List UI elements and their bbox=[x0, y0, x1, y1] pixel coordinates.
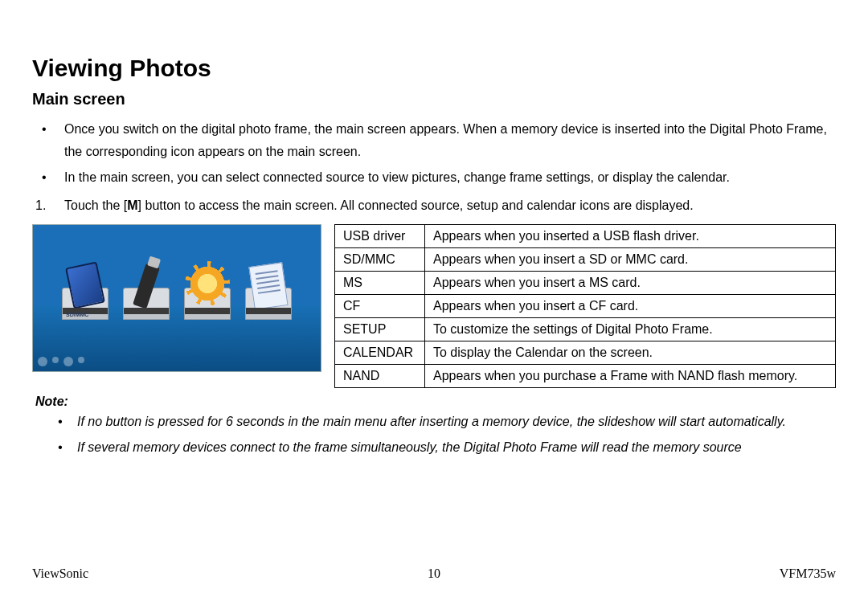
intro-bullets: Once you switch on the digital photo fra… bbox=[32, 118, 836, 189]
footer-right: VFM735w bbox=[780, 566, 836, 581]
table-value: Appears when you insert a CF card. bbox=[425, 295, 836, 318]
table-row: SETUPTo customize the settings of Digita… bbox=[335, 318, 836, 341]
table-value: Appears when you insert a MS card. bbox=[425, 272, 836, 295]
note-label: Note: bbox=[35, 395, 836, 409]
bubble-icon bbox=[38, 357, 47, 366]
main-screen-figure: SD/MMC bbox=[32, 224, 321, 372]
table-value: Appears when you inserted a USB flash dr… bbox=[425, 225, 836, 248]
step-text-before: Touch the [ bbox=[64, 198, 127, 212]
bubble-icon bbox=[52, 357, 59, 363]
table-key: NAND bbox=[335, 365, 425, 388]
table-key: SETUP bbox=[335, 318, 425, 341]
calendar-sheet-icon bbox=[248, 263, 288, 310]
page-footer: ViewSonic 10 VFM735w bbox=[32, 566, 836, 581]
table-value: Appears when you insert a SD or MMC card… bbox=[425, 248, 836, 272]
bubble-icon bbox=[78, 357, 84, 363]
tray-slot bbox=[246, 308, 291, 314]
footer-page-number: 10 bbox=[428, 566, 440, 581]
note-list: If no button is pressed for 6 seconds in… bbox=[32, 411, 836, 459]
step-number: 1. bbox=[35, 195, 46, 216]
intro-bullet: In the main screen, you can select conne… bbox=[32, 166, 836, 189]
table-value: Appears when you purchase a Frame with N… bbox=[425, 365, 836, 388]
table-value: To display the Calendar on the screen. bbox=[425, 341, 836, 365]
tray-slot bbox=[185, 308, 230, 314]
table-key: CF bbox=[335, 295, 425, 318]
step-text-after: ] button to access the main screen. All … bbox=[138, 198, 694, 212]
table-key: MS bbox=[335, 272, 425, 295]
table-row: MSAppears when you insert a MS card. bbox=[335, 272, 836, 295]
figure-tray-row: SD/MMC bbox=[62, 288, 292, 320]
step-item: 1. Touch the [M] button to access the ma… bbox=[32, 195, 836, 216]
page-heading: Viewing Photos bbox=[32, 55, 836, 82]
tray-slot bbox=[124, 308, 169, 314]
calendar-tray-icon bbox=[245, 288, 292, 320]
figure-bubbles bbox=[38, 357, 84, 366]
sd-card-icon bbox=[65, 262, 105, 309]
tray-label: SD/MMC bbox=[66, 312, 88, 317]
bubble-icon bbox=[63, 357, 73, 366]
table-row: USB driverAppears when you inserted a US… bbox=[335, 225, 836, 248]
table-value: To customize the settings of Digital Pho… bbox=[425, 318, 836, 341]
table-row: CFAppears when you insert a CF card. bbox=[335, 295, 836, 318]
intro-bullet: Once you switch on the digital photo fra… bbox=[32, 118, 836, 163]
figure-table-row: SD/MMC USB driverAppears when you inse bbox=[32, 224, 836, 388]
sd-mmc-tray-icon: SD/MMC bbox=[62, 288, 108, 320]
table-row: NANDAppears when you purchase a Frame wi… bbox=[335, 365, 836, 388]
step-text-bold: M bbox=[127, 198, 137, 212]
table-key: USB driver bbox=[335, 225, 425, 248]
setup-tray-icon bbox=[184, 288, 231, 320]
table-key: CALENDAR bbox=[335, 341, 425, 365]
footer-left: ViewSonic bbox=[32, 566, 88, 581]
table-key: SD/MMC bbox=[335, 248, 425, 272]
usb-stick-icon bbox=[133, 264, 160, 309]
section-heading: Main screen bbox=[32, 90, 836, 108]
table-row: SD/MMCAppears when you insert a SD or MM… bbox=[335, 248, 836, 272]
gear-icon bbox=[188, 264, 227, 303]
table-row: CALENDARTo display the Calendar on the s… bbox=[335, 341, 836, 365]
note-item: If several memory devices connect to the… bbox=[32, 436, 836, 459]
steps-list: 1. Touch the [M] button to access the ma… bbox=[32, 195, 836, 216]
icon-description-table: USB driverAppears when you inserted a US… bbox=[334, 224, 836, 388]
document-page: Viewing Photos Main screen Once you swit… bbox=[0, 0, 868, 597]
usb-tray-icon bbox=[123, 288, 170, 320]
note-item: If no button is pressed for 6 seconds in… bbox=[32, 411, 836, 433]
